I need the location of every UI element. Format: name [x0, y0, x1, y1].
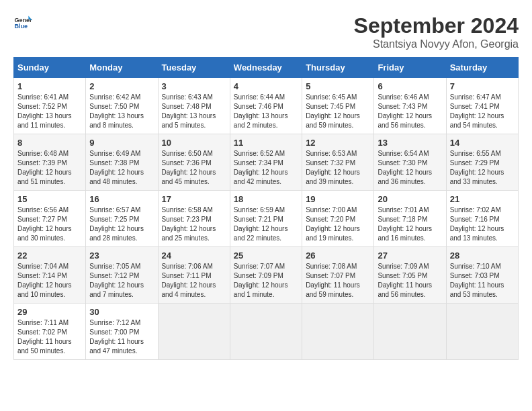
day-info: Sunrise: 6:43 AM Sunset: 7:48 PM Dayligh…: [162, 93, 226, 130]
day-info: Sunrise: 7:05 AM Sunset: 7:12 PM Dayligh…: [89, 262, 154, 300]
day-number: 24: [162, 250, 226, 261]
calendar-header-row: Sunday Monday Tuesday Wednesday Thursday…: [14, 58, 519, 78]
table-row: 23 Sunrise: 7:05 AM Sunset: 7:12 PM Dayl…: [86, 247, 158, 304]
day-info: Sunrise: 7:04 AM Sunset: 7:14 PM Dayligh…: [17, 262, 82, 300]
table-row: [230, 304, 302, 360]
day-number: 28: [450, 250, 515, 261]
table-row: 28 Sunrise: 7:10 AM Sunset: 7:03 PM Dayl…: [446, 247, 518, 304]
day-info: Sunrise: 6:56 AM Sunset: 7:27 PM Dayligh…: [17, 205, 82, 243]
header-sunday: Sunday: [14, 58, 86, 78]
day-info: Sunrise: 6:58 AM Sunset: 7:23 PM Dayligh…: [162, 205, 226, 243]
day-number: 29: [17, 307, 82, 317]
calendar-week-row: 29 Sunrise: 7:11 AM Sunset: 7:02 PM Dayl…: [14, 304, 519, 360]
table-row: 7 Sunrise: 6:47 AM Sunset: 7:41 PM Dayli…: [446, 78, 518, 134]
day-info: Sunrise: 6:53 AM Sunset: 7:32 PM Dayligh…: [306, 149, 370, 187]
day-number: 10: [162, 138, 226, 148]
table-row: 1 Sunrise: 6:41 AM Sunset: 7:52 PM Dayli…: [14, 78, 86, 134]
day-number: 17: [162, 194, 226, 204]
day-info: Sunrise: 7:07 AM Sunset: 7:09 PM Dayligh…: [234, 262, 298, 300]
table-row: 27 Sunrise: 7:09 AM Sunset: 7:05 PM Dayl…: [374, 247, 446, 304]
table-row: 22 Sunrise: 7:04 AM Sunset: 7:14 PM Dayl…: [14, 247, 86, 304]
day-number: 18: [234, 194, 298, 204]
table-row: [374, 304, 446, 360]
title-section: September 2024 Stantsiya Novyy Afon, Geo…: [354, 13, 519, 50]
header-wednesday: Wednesday: [230, 58, 302, 78]
calendar-week-row: 15 Sunrise: 6:56 AM Sunset: 7:27 PM Dayl…: [14, 191, 519, 247]
table-row: 4 Sunrise: 6:44 AM Sunset: 7:46 PM Dayli…: [230, 78, 302, 134]
day-number: 13: [378, 138, 442, 148]
day-info: Sunrise: 6:52 AM Sunset: 7:34 PM Dayligh…: [234, 149, 298, 187]
table-row: 13 Sunrise: 6:54 AM Sunset: 7:30 PM Dayl…: [374, 134, 446, 191]
day-number: 15: [17, 194, 82, 204]
calendar-week-row: 1 Sunrise: 6:41 AM Sunset: 7:52 PM Dayli…: [14, 78, 519, 134]
table-row: 18 Sunrise: 6:59 AM Sunset: 7:21 PM Dayl…: [230, 191, 302, 247]
day-info: Sunrise: 6:42 AM Sunset: 7:50 PM Dayligh…: [89, 93, 154, 130]
day-info: Sunrise: 6:55 AM Sunset: 7:29 PM Dayligh…: [450, 149, 515, 187]
day-info: Sunrise: 7:02 AM Sunset: 7:16 PM Dayligh…: [450, 205, 515, 243]
calendar-table: Sunday Monday Tuesday Wednesday Thursday…: [13, 57, 519, 360]
table-row: 6 Sunrise: 6:46 AM Sunset: 7:43 PM Dayli…: [374, 78, 446, 134]
day-number: 30: [89, 307, 154, 317]
day-info: Sunrise: 7:08 AM Sunset: 7:07 PM Dayligh…: [306, 262, 370, 300]
table-row: 29 Sunrise: 7:11 AM Sunset: 7:02 PM Dayl…: [14, 304, 86, 360]
day-info: Sunrise: 6:45 AM Sunset: 7:45 PM Dayligh…: [306, 93, 370, 130]
day-info: Sunrise: 6:41 AM Sunset: 7:52 PM Dayligh…: [17, 93, 82, 130]
table-row: 3 Sunrise: 6:43 AM Sunset: 7:48 PM Dayli…: [158, 78, 230, 134]
calendar-week-row: 22 Sunrise: 7:04 AM Sunset: 7:14 PM Dayl…: [14, 247, 519, 304]
day-number: 23: [89, 250, 154, 261]
table-row: 15 Sunrise: 6:56 AM Sunset: 7:27 PM Dayl…: [14, 191, 86, 247]
location-title: Stantsiya Novyy Afon, Georgia: [354, 38, 519, 50]
table-row: 16 Sunrise: 6:57 AM Sunset: 7:25 PM Dayl…: [86, 191, 158, 247]
day-info: Sunrise: 6:50 AM Sunset: 7:36 PM Dayligh…: [162, 149, 226, 187]
table-row: [158, 304, 230, 360]
table-row: 2 Sunrise: 6:42 AM Sunset: 7:50 PM Dayli…: [86, 78, 158, 134]
calendar-week-row: 8 Sunrise: 6:48 AM Sunset: 7:39 PM Dayli…: [14, 134, 519, 191]
table-row: 19 Sunrise: 7:00 AM Sunset: 7:20 PM Dayl…: [302, 191, 374, 247]
day-number: 11: [234, 138, 298, 148]
day-info: Sunrise: 7:09 AM Sunset: 7:05 PM Dayligh…: [378, 262, 442, 300]
header-monday: Monday: [86, 58, 158, 78]
day-number: 4: [234, 81, 298, 91]
day-info: Sunrise: 6:48 AM Sunset: 7:39 PM Dayligh…: [17, 149, 82, 187]
day-info: Sunrise: 6:57 AM Sunset: 7:25 PM Dayligh…: [89, 205, 154, 243]
day-number: 2: [89, 81, 154, 91]
day-info: Sunrise: 6:46 AM Sunset: 7:43 PM Dayligh…: [378, 93, 442, 130]
day-number: 8: [17, 138, 82, 148]
day-number: 6: [378, 81, 442, 91]
table-row: 11 Sunrise: 6:52 AM Sunset: 7:34 PM Dayl…: [230, 134, 302, 191]
table-row: [302, 304, 374, 360]
day-number: 5: [306, 81, 370, 91]
header-thursday: Thursday: [302, 58, 374, 78]
table-row: [446, 304, 518, 360]
day-info: Sunrise: 7:06 AM Sunset: 7:11 PM Dayligh…: [162, 262, 226, 300]
day-number: 16: [89, 194, 154, 204]
table-row: 14 Sunrise: 6:55 AM Sunset: 7:29 PM Dayl…: [446, 134, 518, 191]
table-row: 26 Sunrise: 7:08 AM Sunset: 7:07 PM Dayl…: [302, 247, 374, 304]
logo-icon: General Blue: [13, 13, 32, 32]
day-number: 20: [378, 194, 442, 204]
day-number: 19: [306, 194, 370, 204]
day-number: 12: [306, 138, 370, 148]
day-info: Sunrise: 6:47 AM Sunset: 7:41 PM Dayligh…: [450, 93, 515, 130]
header-friday: Friday: [374, 58, 446, 78]
day-number: 27: [378, 250, 442, 261]
day-info: Sunrise: 7:01 AM Sunset: 7:18 PM Dayligh…: [378, 205, 442, 243]
day-info: Sunrise: 7:12 AM Sunset: 7:00 PM Dayligh…: [89, 318, 154, 356]
day-info: Sunrise: 7:00 AM Sunset: 7:20 PM Dayligh…: [306, 205, 370, 243]
day-info: Sunrise: 7:11 AM Sunset: 7:02 PM Dayligh…: [17, 318, 82, 356]
table-row: 5 Sunrise: 6:45 AM Sunset: 7:45 PM Dayli…: [302, 78, 374, 134]
table-row: 30 Sunrise: 7:12 AM Sunset: 7:00 PM Dayl…: [86, 304, 158, 360]
day-number: 25: [234, 250, 298, 261]
table-row: 9 Sunrise: 6:49 AM Sunset: 7:38 PM Dayli…: [86, 134, 158, 191]
day-number: 14: [450, 138, 515, 148]
table-row: 17 Sunrise: 6:58 AM Sunset: 7:23 PM Dayl…: [158, 191, 230, 247]
header-saturday: Saturday: [446, 58, 518, 78]
header-tuesday: Tuesday: [158, 58, 230, 78]
svg-text:Blue: Blue: [14, 23, 28, 30]
day-number: 1: [17, 81, 82, 91]
day-info: Sunrise: 6:49 AM Sunset: 7:38 PM Dayligh…: [89, 149, 154, 187]
table-row: 12 Sunrise: 6:53 AM Sunset: 7:32 PM Dayl…: [302, 134, 374, 191]
table-row: 10 Sunrise: 6:50 AM Sunset: 7:36 PM Dayl…: [158, 134, 230, 191]
day-number: 3: [162, 81, 226, 91]
table-row: 21 Sunrise: 7:02 AM Sunset: 7:16 PM Dayl…: [446, 191, 518, 247]
